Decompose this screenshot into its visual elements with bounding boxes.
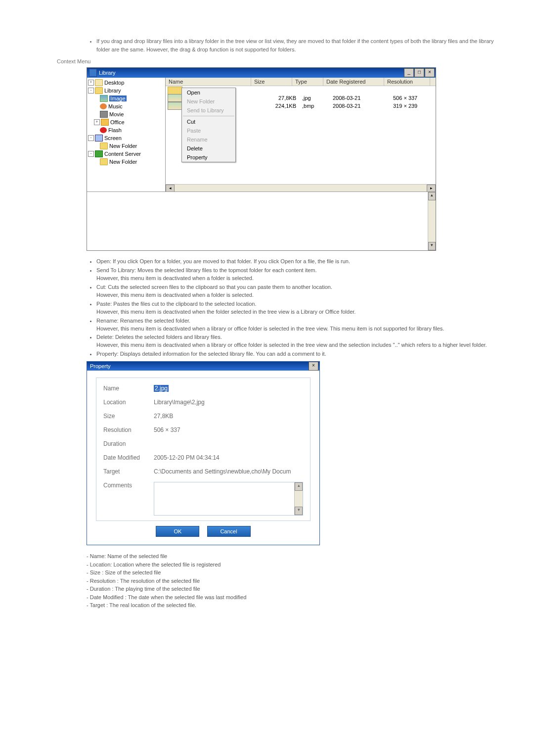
value-size: 27,8KB — [154, 413, 303, 420]
tree-content-server[interactable]: Content Server — [104, 151, 141, 157]
explain-rename: Rename: Renames the selected folder. How… — [96, 317, 504, 333]
movie-icon — [100, 111, 108, 118]
field-modified: - Date Modified : The date when the sele… — [87, 593, 504, 602]
explain-paste: Paste: Pastes the files cut to the clipb… — [96, 300, 504, 316]
value-modified: 2005-12-20 PM 04:34:14 — [154, 454, 303, 461]
list-header: Name Size Type Date Registered Resolutio… — [166, 78, 436, 86]
menu-open[interactable]: Open — [182, 88, 235, 97]
expander-icon[interactable]: - — [88, 88, 94, 94]
library-title: Library — [99, 70, 116, 76]
menu-send-to-library: Send to Library — [182, 106, 235, 115]
value-resolution: 506 × 337 — [154, 426, 303, 433]
explain-property: Property: Displays detailed information … — [96, 350, 504, 358]
expander-icon[interactable]: - — [88, 135, 94, 141]
col-type[interactable]: Type — [292, 78, 323, 86]
label-resolution: Resolution — [103, 426, 154, 433]
scroll-down-icon[interactable]: ▾ — [295, 507, 303, 515]
content-server-icon — [95, 150, 103, 157]
value-name[interactable]: 2.jpg — [154, 385, 169, 392]
intro-bullet: If you drag and drop library files into … — [96, 37, 504, 53]
minimize-button[interactable]: _ — [404, 68, 414, 77]
flash-icon — [100, 127, 107, 133]
scroll-up-icon[interactable]: ▴ — [428, 192, 436, 200]
comments-textarea[interactable]: ▴ ▾ — [154, 482, 303, 516]
explain-cut: Cut: Cuts the selected screen files to t… — [96, 284, 504, 299]
image-icon — [100, 95, 108, 102]
property-titlebar: Property × — [87, 362, 319, 371]
label-duration: Duration — [103, 440, 154, 447]
scroll-up-icon[interactable]: ▴ — [295, 482, 303, 491]
expander-icon[interactable]: - — [88, 151, 94, 157]
property-close-button[interactable]: × — [309, 362, 318, 371]
menu-cut[interactable]: Cut — [182, 117, 235, 126]
library-title-icon — [89, 69, 97, 77]
screen-icon — [95, 135, 103, 142]
expander-icon[interactable]: + — [88, 80, 94, 86]
col-name[interactable]: Name — [166, 78, 251, 86]
label-size: Size — [103, 413, 154, 420]
context-menu-explanation: Open: If you click Open for a folder, yo… — [87, 258, 504, 358]
tree-music[interactable]: Music — [108, 103, 123, 109]
menu-paste: Paste — [182, 126, 235, 135]
label-name: Name — [103, 385, 154, 392]
col-size[interactable]: Size — [251, 78, 292, 86]
horizontal-scrollbar[interactable]: ◂ ▸ — [166, 184, 436, 191]
field-target: - Target : The real location of the sele… — [87, 601, 504, 610]
folder-icon — [100, 142, 108, 149]
cancel-button[interactable]: Cancel — [207, 526, 251, 537]
tree-newfolder2[interactable]: New Folder — [109, 159, 137, 165]
library-titlebar: Library _ □ × — [87, 68, 436, 78]
menu-separator — [183, 116, 234, 116]
close-button[interactable]: × — [425, 68, 435, 77]
tree-office[interactable]: Office — [110, 119, 125, 125]
tree-view[interactable]: + Desktop - Library Image Music — [87, 78, 166, 191]
explain-delete: Delete: Deletes the selected folders and… — [96, 333, 504, 349]
tree-desktop[interactable]: Desktop — [104, 80, 124, 86]
comments-scrollbar[interactable]: ▴ ▾ — [294, 482, 303, 515]
property-dialog: Property × Name 2.jpg Location Library\I… — [87, 361, 320, 545]
label-location: Location — [103, 399, 154, 406]
field-resolution: - Resolution : The resolution of the sel… — [87, 577, 504, 585]
value-location: Library\Image\2,jpg — [154, 399, 303, 406]
music-icon — [100, 103, 107, 109]
field-name: - Name: Name of the selected file — [87, 552, 504, 561]
ok-button[interactable]: OK — [156, 526, 199, 537]
property-title: Property — [90, 363, 111, 369]
label-comments: Comments — [103, 482, 154, 489]
scroll-down-icon[interactable]: ▾ — [428, 242, 436, 250]
tree-movie[interactable]: Movie — [109, 111, 124, 117]
tree-newfolder1[interactable]: New Folder — [109, 143, 137, 149]
menu-rename: Rename — [182, 135, 235, 144]
col-date[interactable]: Date Registered — [323, 78, 384, 86]
menu-delete[interactable]: Delete — [182, 144, 235, 153]
tree-screen[interactable]: Screen — [104, 135, 122, 141]
tree-image[interactable]: Image — [109, 95, 127, 101]
desktop-icon — [95, 79, 103, 86]
menu-property[interactable]: Property — [182, 153, 235, 162]
preview-pane: ▴ ▾ — [87, 191, 436, 250]
label-modified: Date Modified — [103, 454, 154, 461]
library-window: Library _ □ × + Desktop - Library — [87, 67, 436, 251]
field-duration: - Duration : The playing time of the sel… — [87, 585, 504, 593]
explain-send: Send To Library: Moves the selected libr… — [96, 267, 504, 283]
value-target: C:\Documents and Settings\newblue,cho\My… — [154, 468, 303, 475]
explain-open: Open: If you click Open for a folder, yo… — [96, 258, 504, 266]
maximize-button[interactable]: □ — [414, 68, 424, 77]
context-menu: Open New Folder Send to Library Cut Past… — [181, 88, 236, 162]
office-icon — [101, 119, 109, 126]
up-folder-icon — [168, 87, 182, 94]
list-view[interactable]: Name Size Type Date Registered Resolutio… — [166, 78, 436, 191]
folder-icon — [100, 158, 108, 165]
menu-new-folder: New Folder — [182, 97, 235, 106]
label-target: Target — [103, 468, 154, 475]
vertical-scrollbar[interactable]: ▴ ▾ — [428, 192, 436, 250]
col-res[interactable]: Resolution — [384, 78, 430, 86]
expander-icon[interactable]: + — [94, 119, 100, 125]
field-location: - Location: Location where the selected … — [87, 561, 504, 569]
field-size: - Size : Size of the selected file — [87, 568, 504, 577]
folder-icon — [95, 87, 103, 94]
field-description-list: - Name: Name of the selected file - Loca… — [87, 552, 504, 610]
tree-library[interactable]: Library — [104, 88, 121, 94]
tree-flash[interactable]: Flash — [108, 127, 122, 133]
section-label: Context Menu — [57, 58, 504, 64]
